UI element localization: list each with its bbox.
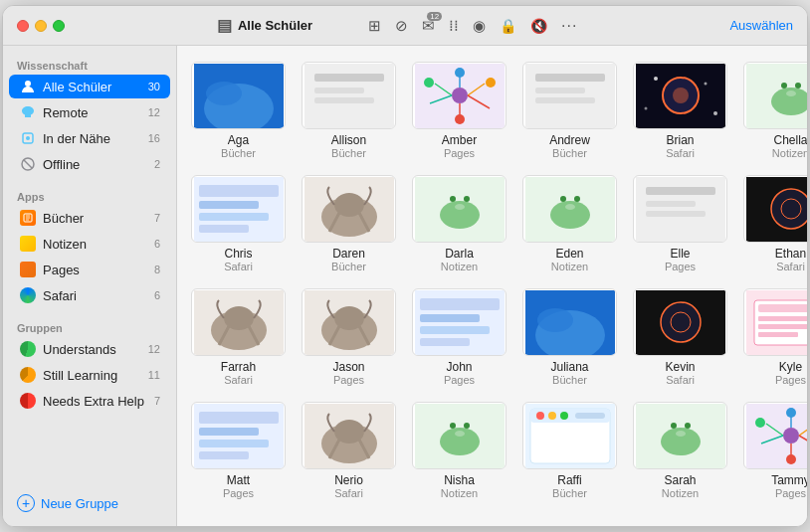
- eye-icon[interactable]: ◉: [473, 17, 486, 35]
- titlebar-center: ▤ Alle Schüler ⊞ ⊘ ✉ 12 ⁞⁞ ◉ 🔒 🔇 ···: [73, 16, 721, 35]
- sidebar-item-safari[interactable]: Safari 6: [9, 283, 170, 307]
- svg-point-0: [25, 81, 31, 87]
- sidebar-item-remote[interactable]: Remote 12: [9, 100, 170, 124]
- more-icon[interactable]: ···: [561, 17, 577, 35]
- svg-point-120: [536, 412, 544, 420]
- traffic-lights: [17, 20, 65, 32]
- minimize-button[interactable]: [35, 20, 47, 32]
- student-card[interactable]: Aga Bücher: [187, 58, 290, 163]
- student-card[interactable]: Tammy Pages: [739, 398, 807, 503]
- sidebar-item-understands[interactable]: Understands 12: [9, 337, 170, 361]
- sidebar-item-alle-schueler[interactable]: Alle Schüler 30: [9, 75, 170, 98]
- student-name: Farrah: [221, 360, 256, 374]
- maximize-button[interactable]: [53, 20, 65, 32]
- student-card[interactable]: Darla Notizen: [408, 171, 510, 276]
- student-name: Nerio: [334, 473, 363, 487]
- student-card[interactable]: Chella Notizen: [739, 58, 807, 163]
- svg-rect-13: [314, 74, 384, 82]
- student-card[interactable]: Kyle Pages: [739, 284, 807, 390]
- gruppen-section-label: Gruppen: [3, 316, 176, 336]
- svg-rect-70: [646, 211, 706, 217]
- sidebar-toggle-icon[interactable]: ▤: [217, 16, 232, 35]
- offline-label: Offline: [43, 157, 148, 172]
- svg-point-11: [206, 82, 242, 105]
- svg-rect-86: [420, 314, 480, 322]
- student-thumbnail: [412, 62, 506, 129]
- svg-point-139: [786, 454, 796, 464]
- bucher-icon: [19, 209, 37, 227]
- student-card[interactable]: Chris Safari: [187, 171, 290, 276]
- svg-rect-46: [199, 185, 279, 197]
- auswahlen-button[interactable]: Auswählen: [729, 18, 793, 33]
- student-name: Brian: [666, 133, 694, 147]
- student-name: Andrew: [549, 133, 590, 147]
- sidebar-item-in-der-nahe[interactable]: In der Nähe 16: [9, 126, 170, 150]
- student-card[interactable]: Farrah Safari: [187, 284, 290, 390]
- sidebar-item-bucher[interactable]: Bücher 7: [9, 206, 170, 230]
- student-thumbnail: [412, 175, 506, 243]
- sidebar-item-notizen[interactable]: Notizen 6: [9, 232, 170, 256]
- student-app: Notizen: [551, 261, 588, 272]
- svg-rect-99: [758, 324, 808, 329]
- student-app: Bücher: [331, 147, 366, 159]
- student-name: Kevin: [665, 360, 695, 374]
- student-app: Pages: [775, 487, 806, 499]
- svg-rect-123: [575, 413, 605, 419]
- sidebar-item-pages[interactable]: Pages 8: [9, 258, 170, 281]
- svg-rect-68: [646, 187, 715, 195]
- student-thumbnail: [412, 402, 506, 469]
- neue-gruppe-button[interactable]: + Neue Gruppe: [3, 488, 176, 518]
- sidebar-item-still-learning[interactable]: Still Learning 11: [9, 363, 170, 387]
- student-card[interactable]: Ethan Safari: [739, 171, 807, 276]
- student-name: Chris: [224, 247, 252, 261]
- student-name: Amber: [442, 133, 477, 147]
- close-button[interactable]: [17, 20, 29, 32]
- in-der-nahe-icon: [19, 129, 37, 147]
- student-app: Pages: [775, 374, 806, 386]
- svg-rect-105: [199, 451, 249, 459]
- student-card[interactable]: Allison Bücher: [298, 58, 400, 163]
- student-card[interactable]: Daren Bücher: [298, 171, 400, 276]
- grid-icon[interactable]: ⁞⁞: [449, 17, 459, 35]
- student-app: Notizen: [662, 487, 699, 499]
- block-icon[interactable]: ⊘: [395, 17, 408, 35]
- svg-rect-97: [758, 304, 808, 312]
- student-card[interactable]: Juliana Bücher: [518, 284, 621, 390]
- student-card[interactable]: Sarah Notizen: [629, 398, 731, 503]
- svg-point-66: [565, 204, 575, 210]
- student-name: Aga: [228, 133, 249, 147]
- student-app: Safari: [334, 487, 363, 499]
- student-card[interactable]: Amber Pages: [408, 58, 510, 163]
- svg-line-4: [24, 160, 32, 168]
- apps-section-label: Apps: [3, 185, 176, 205]
- sidebar-item-offline[interactable]: Offline 2: [9, 152, 170, 176]
- student-card[interactable]: Eden Notizen: [518, 171, 621, 276]
- student-card[interactable]: Elle Pages: [629, 171, 731, 276]
- student-thumbnail: [522, 402, 617, 469]
- layers-icon[interactable]: ⊞: [368, 17, 381, 35]
- svg-point-43: [795, 83, 801, 89]
- svg-point-115: [464, 423, 470, 429]
- student-card[interactable]: Kevin Safari: [629, 284, 731, 390]
- student-name: Sarah: [664, 473, 696, 487]
- sidebar-item-needs-extra-help[interactable]: Needs Extra Help 7: [9, 389, 170, 413]
- student-name: John: [446, 360, 472, 374]
- mail-icon[interactable]: ✉ 12: [422, 17, 435, 35]
- svg-point-65: [574, 196, 580, 202]
- svg-rect-102: [199, 412, 279, 424]
- student-card[interactable]: Andrew Bücher: [518, 58, 621, 163]
- student-card[interactable]: Nerio Safari: [298, 398, 400, 503]
- student-card[interactable]: Brian Safari: [629, 58, 731, 163]
- student-card[interactable]: Matt Pages: [187, 398, 290, 503]
- mute-icon[interactable]: 🔇: [530, 18, 547, 34]
- student-card[interactable]: Nisha Notizen: [408, 398, 510, 503]
- svg-point-114: [450, 423, 456, 429]
- student-card[interactable]: Raffi Bücher: [518, 398, 621, 503]
- student-app: Pages: [665, 261, 696, 272]
- svg-point-138: [786, 408, 796, 418]
- svg-point-27: [486, 78, 496, 88]
- student-card[interactable]: John Pages: [408, 284, 510, 390]
- safari-label: Safari: [43, 288, 148, 303]
- student-card[interactable]: Jason Pages: [298, 284, 400, 390]
- lock-icon[interactable]: 🔒: [500, 18, 516, 34]
